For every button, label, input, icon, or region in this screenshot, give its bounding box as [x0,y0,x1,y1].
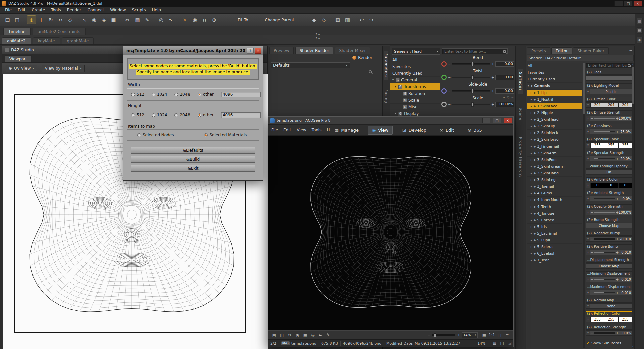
mode-tab[interactable]: ◪ Develop [397,126,431,135]
open-external-icon[interactable]: ◫ [278,332,286,338]
material-item[interactable]: ▸ ◆ 3_SkinFoot [527,157,582,163]
expand-arrow-icon[interactable]: ▸ [531,172,534,175]
collapse-down-icon[interactable]: ▾ [316,36,318,39]
close-button[interactable]: × [633,1,642,6]
property-button[interactable]: On [586,169,632,175]
slider-thumb[interactable] [471,102,474,107]
width-size-radio[interactable]: 512 [131,92,144,97]
dock-tab[interactable]: aniMate2 Constraints [33,28,86,35]
nudge-down-button[interactable]: − [590,278,593,281]
material-item[interactable]: Currently Used [527,76,582,83]
slider-thumb[interactable] [471,89,474,93]
expand-arrow-icon[interactable]: ▸ [531,98,534,101]
menu-item[interactable]: Connect [85,7,107,13]
material-item[interactable]: ▸ ◆ 3_SkinLeg [527,177,582,183]
material-item[interactable]: ▸ ◆ 3_Toenail [527,183,582,190]
material-item[interactable]: Favorites [527,69,582,76]
render-button[interactable]: Render [352,55,372,60]
thumbnail-view-icon[interactable]: ▦ [491,340,498,347]
menu-item[interactable]: Window [107,7,129,13]
zoom-slider[interactable] [432,334,455,336]
pane-tab[interactable]: Surfaces [518,69,523,94]
pane-tab[interactable]: Scene [518,105,523,123]
nudge-down-button[interactable]: − [590,157,593,161]
menu-item[interactable]: Render [64,7,85,13]
height-size-radio[interactable]: 1024 [152,113,167,117]
property-slider[interactable]: ▾ − + 0.0% [586,330,632,336]
chevron-down-icon[interactable]: ▾ [586,304,590,308]
material-item[interactable]: ▸ ◆ 5_Sclera [527,244,582,250]
menu-item[interactable]: Edit [283,128,291,132]
height-custom-input[interactable] [221,112,261,118]
chevron-down-icon[interactable]: ▾ [586,331,590,335]
nudge-up-button[interactable]: + [616,278,619,281]
scroll-up-icon[interactable]: ▴ [632,63,634,66]
property-color-values[interactable]: ▾ 255 255 255 [586,317,632,322]
menu-item[interactable]: Tools [48,7,64,13]
slider-track[interactable] [594,212,615,213]
menu-item[interactable]: Tools [312,128,322,132]
expand-arrow-icon[interactable]: ▸ [531,138,534,141]
link-icon[interactable]: ∞ [503,96,506,99]
dial-icon[interactable] [441,88,447,94]
dock-tab[interactable]: keyMate [33,37,60,44]
items-radio[interactable]: Selected Materials [204,133,247,137]
chevron-down-icon[interactable]: ▾ [586,103,590,107]
material-item[interactable]: ▸ ◆ 3_Fingernail [527,143,582,150]
dial-icon[interactable] [441,61,447,67]
chevron-down-icon[interactable]: ▾ [586,196,590,201]
chevron-down-icon[interactable]: ▾ [586,237,590,241]
parameter-group-row[interactable]: ▸ G Display [390,110,440,117]
slider-track[interactable] [452,104,490,105]
fit-to-button[interactable]: Fit To [234,16,252,24]
material-item[interactable]: ▸ ◆ 3_SkinForearm [527,163,582,170]
filter-input[interactable] [587,63,628,68]
slideshow-icon[interactable]: ► [317,332,324,338]
restore-figure-icon[interactable]: ◇ [319,15,328,24]
mode-tab[interactable]: ▦ Manage [330,126,363,135]
zoom-slider-thumb[interactable] [434,333,436,337]
panel-menu-icon[interactable]: ≡ [629,49,632,53]
property-slider[interactable]: ▾ − + 100.0% [586,116,632,121]
nudge-down-button[interactable]: − [590,197,593,201]
pixel-grid-icon[interactable]: ▦ [480,332,488,338]
parameter-group-row[interactable]: Favorites [390,63,440,70]
material-item[interactable]: ▸ ◆ 5_Iris [527,224,582,230]
radio-icon[interactable] [198,93,201,96]
expand-arrow-icon[interactable]: ▸ [531,152,534,155]
chevron-down-icon[interactable]: ▾ [586,183,590,188]
material-item[interactable]: ▸ ◆ 6_Eyelash [527,250,582,257]
menu-item[interactable]: Help [149,7,164,13]
expand-arrow-icon[interactable]: ▸ [531,131,534,134]
options-icon[interactable]: ≡ [511,96,514,99]
height-size-radio[interactable]: 2048 [174,113,190,117]
menu-item[interactable]: Help [327,128,330,132]
key-create-icon[interactable]: ▦ [333,15,342,24]
property-slider[interactable]: ▾ − + 0.0% [586,196,632,201]
expand-arrow-icon[interactable]: ▸ [531,219,534,222]
property-slider[interactable]: ▾ − + 20.0% [586,156,632,161]
nudge-up-button[interactable]: + [616,251,619,254]
globe-icon[interactable]: ⊕ [210,15,219,24]
property-slider[interactable]: ▾ − + -0.010 [586,277,632,282]
dock-tab[interactable]: Timeline [3,28,31,35]
scale-tool-icon[interactable]: ◇ [66,15,75,24]
universal-tool-icon[interactable]: ⊕ [27,15,36,24]
width-custom-input[interactable] [221,92,261,97]
material-item[interactable]: ▸ ◆ 3_SkinArm [527,150,582,157]
pane-tab-icon-1[interactable]: ▦ [637,18,643,24]
nudge-down-button[interactable]: − [590,237,593,241]
slider-track[interactable] [594,279,615,280]
dock-tab[interactable]: aniMate2 [2,37,31,44]
fit-image-icon[interactable]: □ [496,332,503,338]
nudge-up-button[interactable]: + [491,62,494,66]
search-icon[interactable] [369,70,372,73]
material-item[interactable]: ▸ ◆ 2_SkinHip [527,123,582,130]
radio-icon[interactable] [152,113,155,117]
height-other-radio[interactable]: other [198,113,214,117]
menu-item[interactable]: View [297,128,306,132]
dialog-button[interactable]: &Defaults [131,147,255,154]
property-slider[interactable]: ▾ − + 100.0% [586,210,632,215]
chevron-down-icon[interactable]: ▾ [586,129,590,134]
nudge-down-button[interactable]: − [590,331,593,335]
